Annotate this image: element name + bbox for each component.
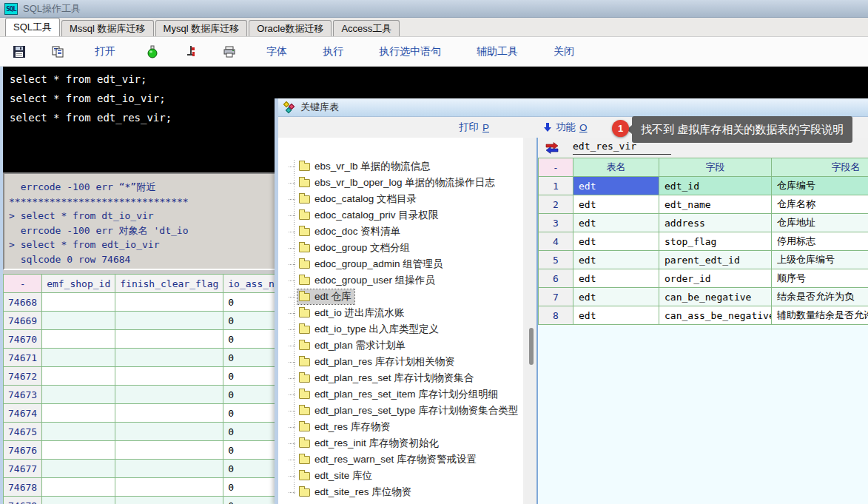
column-header[interactable]: 表名	[573, 158, 659, 177]
data-cell[interactable]	[42, 349, 115, 367]
data-cell[interactable]	[42, 460, 115, 478]
table-row[interactable]: 6 edt order_id 顺序号	[539, 269, 868, 288]
tree-item[interactable]: edt_site_res 库位物资	[289, 484, 523, 500]
table-row[interactable]: 74673 0 0	[4, 386, 278, 404]
data-cell[interactable]: 0	[223, 293, 277, 312]
font-button[interactable]: 字体	[249, 45, 305, 58]
row-number-cell[interactable]: 2	[539, 195, 573, 214]
data-cell[interactable]: 0	[223, 497, 277, 504]
run-selected-button[interactable]: 执行选中语句	[361, 45, 459, 58]
field-name-cell[interactable]: 仓库编号	[772, 177, 868, 195]
row-number-cell[interactable]: 74668	[4, 293, 42, 312]
row-number-cell[interactable]: 74676	[4, 441, 42, 460]
field-cell[interactable]: edt_id	[659, 177, 772, 195]
field-cell[interactable]: address	[659, 214, 772, 232]
table-row[interactable]: 74674 0 0	[4, 404, 278, 423]
data-cell[interactable]	[42, 478, 115, 497]
tab[interactable]: Mysql 数据库迁移	[155, 20, 248, 36]
row-number-cell[interactable]: 1	[539, 177, 573, 195]
data-cell[interactable]	[42, 293, 115, 312]
tab[interactable]: Oracle数据迁移	[249, 20, 332, 36]
data-cell[interactable]	[42, 441, 115, 460]
tree-item[interactable]: edt_plan_res 库存计划相关物资	[289, 354, 523, 370]
data-cell[interactable]	[115, 460, 223, 478]
data-cell[interactable]: 0	[223, 312, 277, 330]
tree-item[interactable]: edt_res_init 库存物资初始化	[289, 435, 523, 451]
field-name-cell[interactable]: 仓库名称	[772, 195, 868, 214]
data-cell[interactable]	[115, 386, 223, 404]
table-name-cell[interactable]: edt	[573, 269, 659, 288]
row-number-cell[interactable]: 4	[539, 232, 573, 251]
row-number-cell[interactable]: 74669	[4, 312, 42, 330]
row-number-cell[interactable]: 3	[539, 214, 573, 232]
table-name-cell[interactable]: edt	[573, 195, 659, 214]
table-row[interactable]: 1 edt edt_id 仓库编号	[539, 177, 868, 195]
table-row[interactable]: 5 edt parent_edt_id 上级仓库编号	[539, 251, 868, 269]
data-cell[interactable]: 0	[223, 330, 277, 349]
data-cell[interactable]	[115, 349, 223, 367]
field-name-cell[interactable]: 仓库地址	[772, 214, 868, 232]
save-button[interactable]	[0, 45, 38, 58]
data-cell[interactable]	[42, 386, 115, 404]
table-row[interactable]: 7 edt can_be_negative 结余是否允许为负	[539, 288, 868, 306]
row-number-cell[interactable]: 74670	[4, 330, 42, 349]
print-button[interactable]	[210, 45, 249, 58]
row-number-cell[interactable]: 74674	[4, 404, 42, 423]
table-row[interactable]: 74679 0 0	[4, 497, 278, 504]
row-number-cell[interactable]: 74672	[4, 367, 42, 386]
table-name-cell[interactable]: edt	[573, 177, 659, 195]
row-number-cell[interactable]: 7	[539, 288, 573, 306]
tab[interactable]: SQL工具	[5, 18, 60, 36]
column-header[interactable]: io_ass_num	[223, 275, 277, 293]
row-number-cell[interactable]: 74679	[4, 497, 42, 504]
column-header[interactable]: 字段	[659, 158, 772, 177]
tree-item[interactable]: edoc_catalog_priv 目录权限	[289, 207, 523, 224]
table-name-cell[interactable]: edt	[573, 214, 659, 232]
field-name-cell[interactable]: 停用标志	[772, 232, 868, 251]
tree-item[interactable]: edt_plan_res_set_item 库存计划分组明细	[289, 386, 523, 403]
tree-item[interactable]: ebs_vr_lb 单据的物流信息	[289, 158, 523, 175]
table-row[interactable]: 74669 0 0	[4, 312, 278, 330]
row-number-cell[interactable]: 74678	[4, 478, 42, 497]
column-header[interactable]: 字段名	[772, 158, 868, 177]
tree-item[interactable]: edt_plan_res_set_type 库存计划物资集合类型	[289, 403, 523, 419]
disconnect-button[interactable]	[172, 45, 210, 58]
tree-item[interactable]: edt_res 库存物资	[289, 419, 523, 435]
row-number-cell[interactable]: 6	[539, 269, 573, 288]
helper-tools-button[interactable]: 辅助工具	[459, 45, 536, 58]
data-cell[interactable]: 0	[223, 460, 277, 478]
tree-item[interactable]: edt_io_type 出入库类型定义	[289, 321, 523, 337]
column-header[interactable]: finish_clear_flag	[115, 275, 223, 293]
row-number-cell[interactable]: 74671	[4, 349, 42, 367]
data-cell[interactable]	[115, 293, 223, 312]
table-row[interactable]: 74677 0 0	[4, 460, 278, 478]
field-name-cell[interactable]: 结余是否允许为负	[772, 288, 868, 306]
data-cell[interactable]	[42, 404, 115, 423]
close-button[interactable]: 关闭	[536, 45, 592, 58]
tree-item[interactable]: edoc_group_admin 组管理员	[289, 256, 523, 272]
tree-item[interactable]: ebs_vr_lb_oper_log 单据的物流操作日志	[289, 175, 523, 191]
field-cell[interactable]: can_ass_be_negative	[659, 306, 772, 325]
data-cell[interactable]	[115, 423, 223, 441]
data-cell[interactable]	[42, 312, 115, 330]
data-cell[interactable]	[42, 497, 115, 504]
table-row[interactable]: 74670 0 0	[4, 330, 278, 349]
tree-scrollbar[interactable]	[525, 138, 536, 504]
table-row[interactable]: 74676 0 0	[4, 441, 278, 460]
menu-print[interactable]: 打印P	[459, 121, 489, 134]
data-cell[interactable]: 0	[223, 367, 277, 386]
data-cell[interactable]	[42, 367, 115, 386]
table-row[interactable]: 74671 0 0	[4, 349, 278, 367]
tree-item[interactable]: edt_res_warn_set 库存物资警戒设置	[289, 451, 523, 468]
row-number-cell[interactable]: 5	[539, 251, 573, 269]
tree-item[interactable]: edt_site 库位	[289, 468, 523, 484]
data-cell[interactable]	[115, 404, 223, 423]
data-cell[interactable]	[115, 330, 223, 349]
table-name-cell[interactable]: edt	[573, 232, 659, 251]
field-name-cell[interactable]: 顺序号	[772, 269, 868, 288]
tree-item[interactable]: edt_plan_res_set 库存计划物资集合	[289, 370, 523, 386]
table-row[interactable]: 74678 0 0	[4, 478, 278, 497]
data-cell[interactable]: 0	[223, 349, 277, 367]
data-cell[interactable]: 0	[223, 441, 277, 460]
data-cell[interactable]: 0	[223, 423, 277, 441]
